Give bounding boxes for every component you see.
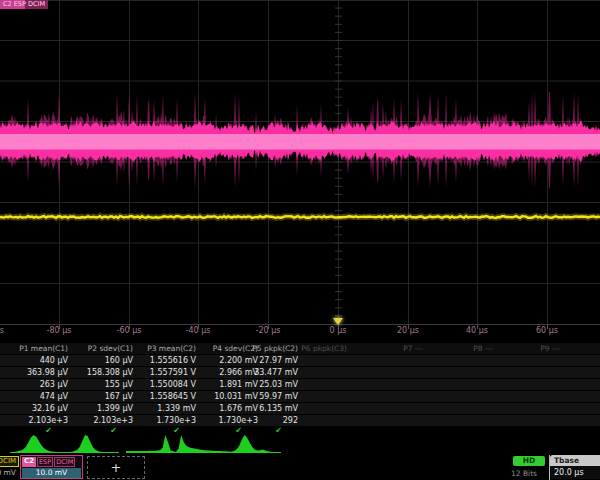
measure-column-p6: P6 pkpk(C3) xyxy=(263,343,347,355)
trace-annotation-label: C2 ESP DCIM xyxy=(0,0,48,9)
time-tick-label: -60 µs xyxy=(105,326,153,335)
measure-value: 25.03 mV xyxy=(214,379,298,391)
oscilloscope-screen: C2 ESP DCIM -100 µs-80 µs-60 µs-40 µs-20… xyxy=(0,0,600,480)
trigger-position-marker[interactable] xyxy=(333,318,343,325)
c1-scale-value: 0 mV xyxy=(0,468,16,477)
measure-column-p10: P10 --- xyxy=(543,343,600,355)
time-tick-label: 40 µs xyxy=(453,326,501,335)
c2-label: C2 xyxy=(22,457,36,467)
time-tick-label: 60 µs xyxy=(523,326,571,335)
measure-column-p5: P5 pkpk(C2)27.97 mV33.477 mV25.03 mV59.9… xyxy=(214,343,298,435)
measure-value: 292 xyxy=(214,415,298,427)
histicon-p3 xyxy=(126,433,181,453)
time-tick-label: 20 µs xyxy=(384,326,432,335)
histicon-p2 xyxy=(64,433,119,453)
histicon-p5 xyxy=(226,433,281,453)
measure-value: 33.477 mV xyxy=(214,367,298,379)
measure-value: 59.97 mV xyxy=(214,391,298,403)
measure-header-p6[interactable]: P6 pkpk(C3) xyxy=(263,343,347,355)
time-tick-label: 0 µs xyxy=(314,326,362,335)
c1-dcim-badge: DCIM xyxy=(0,456,19,467)
time-tick-label: -40 µs xyxy=(174,326,222,335)
c2-scale-value: 10.0 mV xyxy=(22,468,81,478)
add-trace-button[interactable]: + xyxy=(87,456,145,479)
measure-header-p10[interactable]: P10 --- xyxy=(543,343,600,355)
channel-c1-descriptor[interactable]: DCIM 0 mV xyxy=(0,456,18,479)
measure-value: 27.97 mV xyxy=(214,355,298,367)
time-tick-label: -80 µs xyxy=(35,326,83,335)
channel-c2-descriptor[interactable]: C2 ESPDCIM 10.0 mV xyxy=(20,455,83,479)
timebase-scale: 20.0 µs xyxy=(550,466,600,479)
histicon-p1 xyxy=(10,433,65,453)
histicon-p4 xyxy=(176,433,231,453)
hd-mode-badge[interactable]: HD xyxy=(513,456,545,466)
time-tick-label: -20 µs xyxy=(244,326,292,335)
measure-value: 6.135 mV xyxy=(214,403,298,415)
timebase-descriptor[interactable]: Tbase 20.0 µs xyxy=(549,455,600,480)
timebase-title: Tbase xyxy=(550,455,600,466)
resolution-label: 12 Bits xyxy=(511,469,537,478)
trace-c2[interactable] xyxy=(0,92,600,189)
waveform-layer xyxy=(0,0,600,340)
c2-esp-badge: ESP xyxy=(37,457,53,467)
trace-c1[interactable] xyxy=(0,216,600,218)
time-tick-label: -100 µs xyxy=(0,326,13,335)
c2-dcim-badge: DCIM xyxy=(54,457,75,467)
